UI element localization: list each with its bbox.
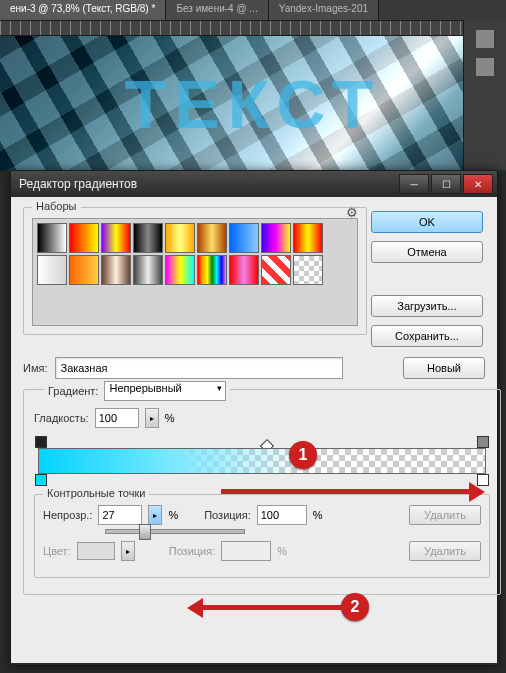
save-button[interactable]: Сохранить... xyxy=(371,325,483,347)
opacity-input[interactable] xyxy=(98,505,142,525)
preset-swatch[interactable] xyxy=(69,255,99,285)
color-position-input xyxy=(221,541,271,561)
stops-label: Контрольные точки xyxy=(43,487,149,499)
dialog-title: Редактор градиентов xyxy=(15,177,137,191)
preset-swatch[interactable] xyxy=(37,223,67,253)
preset-swatch[interactable] xyxy=(261,223,291,253)
preset-swatch[interactable] xyxy=(101,255,131,285)
preset-swatch[interactable] xyxy=(293,255,323,285)
preset-swatch[interactable] xyxy=(197,223,227,253)
percent-label: % xyxy=(165,412,175,424)
opacity-stop-right[interactable] xyxy=(477,436,489,448)
position-label: Позиция: xyxy=(204,509,251,521)
right-toolbar xyxy=(463,20,506,170)
new-button[interactable]: Новый xyxy=(403,357,485,379)
name-input[interactable] xyxy=(55,357,343,379)
gradient-bar[interactable] xyxy=(38,448,486,474)
gradtype-label: Градиент: xyxy=(48,385,98,397)
percent-label: % xyxy=(313,509,323,521)
load-button[interactable]: Загрузить... xyxy=(371,295,483,317)
presets-group: Наборы ⚙ xyxy=(23,207,367,335)
delete-opacity-stop-button[interactable]: Удалить xyxy=(409,505,481,525)
close-button[interactable]: ✕ xyxy=(463,174,493,194)
tool-icon[interactable] xyxy=(476,58,494,76)
annotation-arrow-1 xyxy=(221,489,471,494)
annotation-arrow-2 xyxy=(201,605,341,610)
cancel-button[interactable]: Отмена xyxy=(371,241,483,263)
percent-label: % xyxy=(168,509,178,521)
presets-label: Наборы xyxy=(32,200,81,212)
preset-swatches xyxy=(32,218,358,326)
preset-swatch[interactable] xyxy=(37,255,67,285)
color-label: Цвет: xyxy=(43,545,71,557)
preset-swatch[interactable] xyxy=(165,223,195,253)
gradient-bar-area[interactable] xyxy=(38,438,486,484)
horizontal-ruler xyxy=(0,21,506,36)
maximize-button[interactable]: ☐ xyxy=(431,174,461,194)
minimize-button[interactable]: ─ xyxy=(399,174,429,194)
preset-swatch[interactable] xyxy=(133,255,163,285)
opacity-position-input[interactable] xyxy=(257,505,307,525)
opacity-stop-left[interactable] xyxy=(35,436,47,448)
name-label: Имя: xyxy=(23,362,47,374)
preset-swatch[interactable] xyxy=(101,223,131,253)
preset-swatch[interactable] xyxy=(69,223,99,253)
annotation-badge-1: 1 xyxy=(289,441,317,469)
color-stop-left[interactable] xyxy=(35,474,47,486)
preset-swatch[interactable] xyxy=(165,255,195,285)
smoothness-label: Гладкость: xyxy=(34,412,89,424)
position-label: Позиция: xyxy=(169,545,216,557)
gear-icon[interactable]: ⚙ xyxy=(346,205,358,220)
opacity-spinner[interactable]: ▸ xyxy=(148,505,162,525)
preset-swatch[interactable] xyxy=(133,223,163,253)
preset-swatch[interactable] xyxy=(197,255,227,285)
gradtype-select[interactable]: Непрерывный xyxy=(104,381,226,401)
document-tabs: ени-3 @ 73,8% (Текст, RGB/8) * Без имени… xyxy=(0,0,506,21)
opacity-label: Непрозр.: xyxy=(43,509,92,521)
color-swatch[interactable] xyxy=(77,542,115,560)
gradient-editor-dialog: Редактор градиентов ─ ☐ ✕ OK Отмена Загр… xyxy=(10,170,498,666)
percent-label: % xyxy=(277,545,287,557)
tool-icon[interactable] xyxy=(476,30,494,48)
color-spinner[interactable]: ▸ xyxy=(121,541,135,561)
canvas-text-layer: ТЕКСТ xyxy=(125,65,381,143)
delete-color-stop-button: Удалить xyxy=(409,541,481,561)
preset-swatch[interactable] xyxy=(261,255,291,285)
stops-group: Контрольные точки Непрозр.: ▸ % Позиция:… xyxy=(34,494,490,578)
ok-button[interactable]: OK xyxy=(371,211,483,233)
smoothness-spinner[interactable]: ▸ xyxy=(145,408,159,428)
canvas-area: ТЕКСТ xyxy=(0,36,506,171)
tab-3[interactable]: Yandex-Images-201 xyxy=(269,0,379,20)
dialog-titlebar[interactable]: Редактор градиентов ─ ☐ ✕ xyxy=(11,171,497,197)
preset-swatch[interactable] xyxy=(229,255,259,285)
preset-swatch[interactable] xyxy=(293,223,323,253)
smoothness-input[interactable] xyxy=(95,408,139,428)
preset-swatch[interactable] xyxy=(229,223,259,253)
annotation-badge-2: 2 xyxy=(341,593,369,621)
tab-1[interactable]: ени-3 @ 73,8% (Текст, RGB/8) * xyxy=(0,0,166,20)
tab-2[interactable]: Без имени-4 @ ... xyxy=(166,0,268,20)
